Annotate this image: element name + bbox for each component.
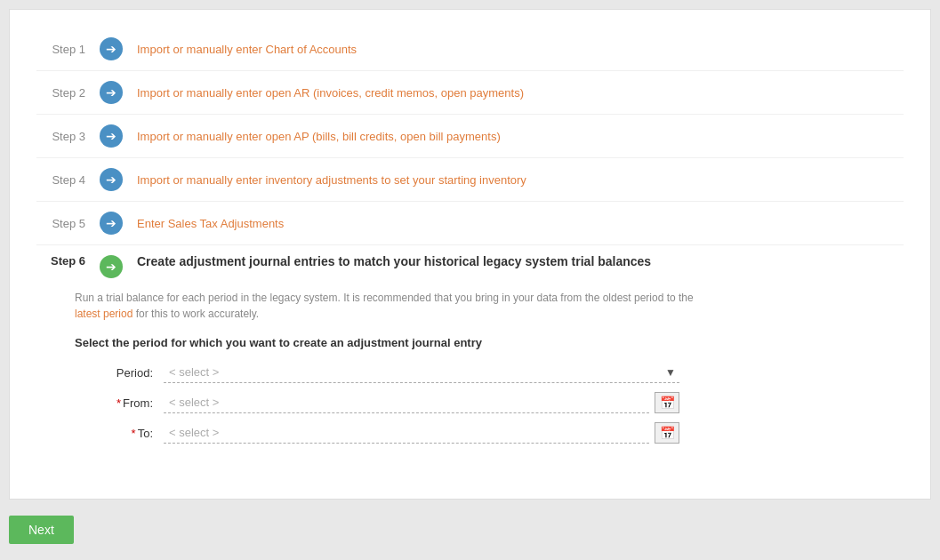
period-select[interactable]: < select > [164, 362, 679, 383]
step6-heading: Create adjustment journal entries to mat… [137, 254, 904, 268]
step6-content: Run a trial balance for each period in t… [75, 279, 904, 444]
from-calendar-button[interactable]: 📅 [655, 392, 679, 413]
period-label: Period: [75, 366, 164, 380]
to-required-star: * [132, 427, 136, 440]
step1-label: Step 1 [36, 43, 99, 56]
to-calendar-button[interactable]: 📅 [655, 422, 679, 444]
to-row: *To: < select > 📅 [75, 422, 679, 444]
step6-arrow-circle: ➔ [100, 255, 123, 278]
step5-text: Enter Sales Tax Adjustments [137, 217, 904, 230]
step2-arrow-circle: ➔ [100, 81, 123, 104]
step3-label: Step 3 [36, 130, 99, 143]
step4-arrow-circle: ➔ [100, 168, 123, 191]
to-label: *To: [75, 427, 164, 440]
step6-icon: ➔ [99, 254, 124, 279]
step5-arrow-circle: ➔ [100, 212, 123, 235]
step2-label: Step 2 [36, 86, 99, 100]
step1-row: Step 1➔Import or manually enter Chart of… [36, 28, 904, 71]
step3-arrow-circle: ➔ [100, 124, 123, 148]
period-row: Period: < select > ▼ [75, 362, 679, 383]
step1-arrow-circle: ➔ [100, 37, 123, 60]
step1-text: Import or manually enter Chart of Accoun… [137, 43, 904, 56]
step3-icon: ➔ [99, 124, 124, 148]
step5-icon: ➔ [99, 211, 124, 236]
from-select-wrapper: < select > [164, 392, 649, 413]
next-button[interactable]: Next [9, 516, 74, 544]
from-required-star: * [116, 396, 121, 410]
to-select[interactable]: < select > [164, 422, 649, 444]
select-section-title: Select the period for which you want to … [75, 336, 904, 349]
step2-row: Step 2➔Import or manually enter open AR … [36, 71, 904, 115]
from-label: *From: [75, 396, 164, 410]
desc-part1: Run a trial balance for each period in t… [75, 292, 694, 304]
main-card: Step 1➔Import or manually enter Chart of… [9, 9, 931, 500]
step4-label: Step 4 [36, 173, 99, 187]
desc-highlight: latest period [75, 308, 133, 320]
step3-row: Step 3➔Import or manually enter open AP … [36, 115, 904, 158]
step6-label: Step 6 [36, 254, 99, 268]
from-row: *From: < select > 📅 [75, 392, 679, 413]
from-select[interactable]: < select > [164, 392, 649, 413]
bottom-bar: Next [9, 508, 931, 551]
desc-part2: for this to work accurately. [133, 308, 259, 320]
step4-icon: ➔ [99, 167, 124, 192]
step1-icon: ➔ [99, 36, 124, 61]
step2-text: Import or manually enter open AR (invoic… [137, 86, 904, 100]
to-select-wrapper: < select > [164, 422, 649, 444]
step6-description: Run a trial balance for each period in t… [75, 290, 697, 322]
period-select-wrapper: < select > ▼ [164, 362, 679, 383]
step4-row: Step 4➔Import or manually enter inventor… [36, 158, 904, 202]
step5-label: Step 5 [36, 217, 99, 230]
step4-text: Import or manually enter inventory adjus… [137, 173, 904, 187]
step2-icon: ➔ [99, 80, 124, 105]
step6-block: Step 6 ➔ Create adjustment journal entri… [36, 245, 904, 461]
step5-row: Step 5➔Enter Sales Tax Adjustments [36, 202, 904, 245]
step3-text: Import or manually enter open AP (bills,… [137, 130, 904, 143]
